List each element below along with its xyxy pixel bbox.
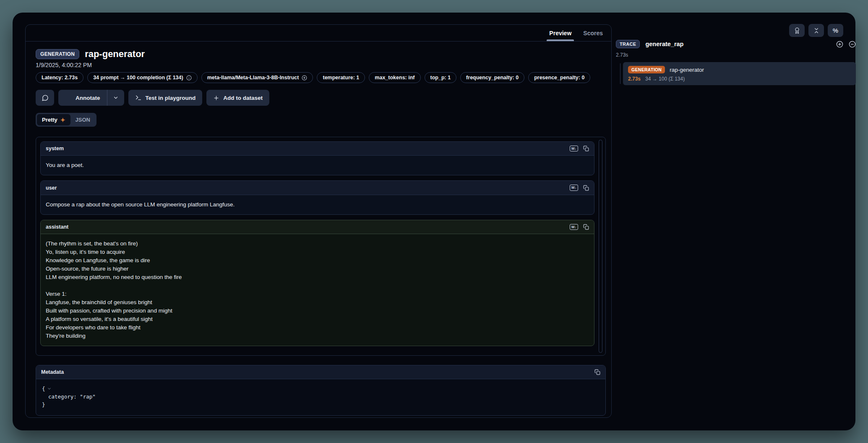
model-pill-label: meta-llama/Meta-Llama-3-8B-Instruct xyxy=(207,75,299,81)
copy-icon[interactable] xyxy=(583,224,589,230)
latency-pill-label: Latency: 2.73s xyxy=(42,75,78,81)
terminal-icon xyxy=(135,94,142,101)
assistant-message-content: (The rhythm is set, the beat's on fire) … xyxy=(41,234,594,346)
json-entry-line: category: "rap" xyxy=(42,393,600,401)
tree-item-tokens: 34 → 100 (Σ 134) xyxy=(645,76,685,82)
percent-button[interactable]: % xyxy=(828,24,843,37)
tab-scores-label: Scores xyxy=(583,30,603,36)
tab-preview-label: Preview xyxy=(549,30,571,36)
view-mode-toggle: Pretty ✦ JSON xyxy=(36,113,96,127)
plus-icon xyxy=(213,95,219,101)
test-in-playground-button[interactable]: Test in playground xyxy=(128,90,203,106)
presence-penalty-pill-label: presence_penalty: 0 xyxy=(534,75,584,81)
test-in-playground-label: Test in playground xyxy=(146,95,196,101)
toggle-json-label: JSON xyxy=(76,117,90,123)
trace-tree: GENERATION rap-generator 2.73s 34 → 100 … xyxy=(616,62,856,85)
copy-icon[interactable] xyxy=(583,185,589,191)
markdown-toggle-icon[interactable]: M↓ xyxy=(570,146,578,151)
markdown-toggle-icon[interactable]: M↓ xyxy=(570,224,578,230)
award-button[interactable] xyxy=(789,24,805,37)
info-icon[interactable] xyxy=(186,75,192,81)
model-pill: meta-llama/Meta-Llama-3-8B-Instruct xyxy=(201,72,313,83)
top-p-pill-label: top_p: 1 xyxy=(430,75,451,81)
chevrons-collapse-icon xyxy=(813,27,820,34)
messages-container: system M↓ You are a poet. user M↓ xyxy=(36,137,606,356)
frequency-penalty-pill: frequency_penalty: 0 xyxy=(460,72,524,83)
messages-scrollbar[interactable] xyxy=(599,140,602,353)
user-message-content: Compose a rap about the open source LLM … xyxy=(41,195,594,214)
system-message-header: system M↓ xyxy=(41,142,594,156)
preview-scores-tabs: Preview Scores xyxy=(26,25,611,42)
add-to-dataset-label: Add to dataset xyxy=(223,95,263,101)
system-message-content: You are a poet. xyxy=(41,156,594,175)
token-usage-pill: 34 prompt → 100 completion (Σ 134) xyxy=(87,72,198,83)
collapse-all-icon[interactable] xyxy=(849,41,856,48)
annotate-split-button: Annotate xyxy=(58,90,124,106)
tree-indent-guide xyxy=(620,63,620,84)
metadata-header: Metadata xyxy=(36,365,605,379)
top-p-pill: top_p: 1 xyxy=(425,72,457,83)
award-icon xyxy=(794,27,800,34)
json-open-brace: { xyxy=(42,385,45,393)
system-message-card: system M↓ You are a poet. xyxy=(40,141,594,175)
copy-icon[interactable] xyxy=(594,369,600,375)
trace-type-badge: TRACE xyxy=(616,40,640,48)
metadata-header-icons xyxy=(594,369,600,375)
observation-panel: Preview Scores GENERATION rap-generator … xyxy=(25,24,612,418)
generation-badge: GENERATION xyxy=(628,66,665,73)
metadata-title: Metadata xyxy=(41,369,594,375)
annotate-button[interactable]: Annotate xyxy=(58,90,107,106)
metadata-card: Metadata { category: "rap" } xyxy=(36,365,606,416)
max-tokens-pill: max_tokens: inf xyxy=(369,72,420,83)
toggle-pretty-label: Pretty xyxy=(42,117,57,123)
assistant-message-card: assistant M↓ (The rhythm is set, the bea… xyxy=(40,220,594,346)
trace-header-row: TRACE generate_rap xyxy=(616,40,856,48)
collapse-chevron-icon[interactable] xyxy=(47,386,52,391)
user-message-header: user M↓ xyxy=(41,181,594,195)
json-close-brace-line: } xyxy=(42,401,600,409)
expand-all-icon[interactable] xyxy=(836,41,843,48)
trace-name[interactable]: generate_rap xyxy=(645,41,831,47)
tree-item-name: rap-generator xyxy=(670,67,704,73)
user-message-card: user M↓ Compose a rap about the open sou… xyxy=(40,180,594,214)
message-role-label: system xyxy=(46,146,570,151)
parameter-pills: Latency: 2.73s 34 prompt → 100 completio… xyxy=(36,72,606,83)
frequency-penalty-pill-label: frequency_penalty: 0 xyxy=(466,75,519,81)
tab-scores[interactable]: Scores xyxy=(583,25,603,41)
collapse-button[interactable] xyxy=(808,24,824,37)
annotate-button-label: Annotate xyxy=(76,95,100,101)
action-buttons-row: Annotate Test in playground Add to datas… xyxy=(36,90,606,106)
copy-icon[interactable] xyxy=(583,146,589,151)
generation-type-badge: GENERATION xyxy=(36,49,79,59)
percent-icon: % xyxy=(833,27,838,34)
active-tab-underline xyxy=(547,39,574,41)
square-pen-icon xyxy=(65,94,72,101)
tab-preview[interactable]: Preview xyxy=(549,25,571,41)
tree-item-stats-row: 2.73s 34 → 100 (Σ 134) xyxy=(628,76,851,82)
toggle-pretty[interactable]: Pretty ✦ xyxy=(37,114,70,125)
tree-item-generation[interactable]: GENERATION rap-generator 2.73s 34 → 100 … xyxy=(623,62,856,85)
temperature-pill-label: temperature: 1 xyxy=(323,75,359,81)
sparkles-icon: ✦ xyxy=(60,117,65,123)
presence-penalty-pill: presence_penalty: 0 xyxy=(528,72,590,83)
max-tokens-pill-label: max_tokens: inf xyxy=(375,75,414,81)
assistant-message-header: assistant M↓ xyxy=(41,220,594,234)
comment-button[interactable] xyxy=(36,90,54,106)
timestamp: 1/9/2025, 4:00:22 PM xyxy=(36,62,606,68)
chevron-down-icon xyxy=(113,95,119,101)
tree-controls xyxy=(836,41,856,48)
comment-icon xyxy=(42,94,49,102)
add-to-dataset-button[interactable]: Add to dataset xyxy=(206,90,269,106)
page-title: rap-generator xyxy=(85,49,145,60)
trace-tree-panel: TRACE generate_rap 2.73s GENERATION rap-… xyxy=(616,40,856,85)
tree-item-title-row: GENERATION rap-generator xyxy=(628,66,851,73)
message-role-label: user xyxy=(46,185,570,191)
plus-circle-icon[interactable] xyxy=(302,75,307,81)
annotate-dropdown-button[interactable] xyxy=(107,90,124,106)
temperature-pill: temperature: 1 xyxy=(317,72,365,83)
message-header-icons: M↓ xyxy=(570,146,589,151)
window-controls: % xyxy=(789,24,843,37)
markdown-toggle-icon[interactable]: M↓ xyxy=(570,185,578,190)
toggle-json[interactable]: JSON xyxy=(70,114,95,125)
metadata-json: { category: "rap" } xyxy=(36,379,605,415)
